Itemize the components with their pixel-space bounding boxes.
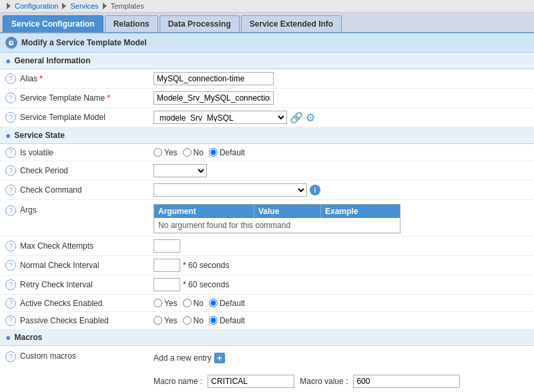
args-col-argument: Argument xyxy=(154,205,254,218)
service-state-section: ● Service State ? Is volatile Yes No Def… xyxy=(0,127,534,329)
macro-value-input-0[interactable] xyxy=(353,375,460,388)
passive-checks-value: Yes No Default xyxy=(154,316,529,325)
max-check-row: ? Max Check Attempts xyxy=(0,237,534,256)
active-checks-value: Yes No Default xyxy=(154,299,529,308)
active-default[interactable]: Default xyxy=(209,299,245,308)
active-checks-help[interactable]: ? xyxy=(5,298,16,309)
max-check-label: Max Check Attempts xyxy=(20,241,154,251)
passive-checks-radio-group: Yes No Default xyxy=(154,316,245,325)
check-command-select[interactable] xyxy=(154,183,307,197)
breadcrumb-sep1 xyxy=(62,3,66,9)
normal-interval-suffix: * 60 seconds xyxy=(183,261,229,270)
template-name-label: Service Template Name * xyxy=(20,93,154,103)
add-entry-plus[interactable]: + xyxy=(214,353,225,363)
retry-interval-help[interactable]: ? xyxy=(5,279,16,290)
tab-service-configuration[interactable]: Service Configuration xyxy=(3,15,103,32)
general-info-section: ● General Information ? Alias * ? Servic… xyxy=(0,53,534,127)
passive-checks-help[interactable]: ? xyxy=(5,315,16,326)
args-label: Args xyxy=(20,205,154,215)
volatile-no[interactable]: No xyxy=(183,148,204,157)
macros-section: ● Macros ? Custom macros Add a new entry… xyxy=(0,329,534,392)
macro-name-input-0[interactable] xyxy=(208,375,294,388)
retry-interval-row: ? Retry Check Interval * 60 seconds xyxy=(0,275,534,295)
ss-icon: ● xyxy=(5,130,11,141)
retry-interval-input[interactable] xyxy=(154,278,180,291)
active-checks-row: ? Active Checks Enabled Yes No Default xyxy=(0,295,534,312)
volatile-label: Is volatile xyxy=(20,148,154,157)
check-period-help[interactable]: ? xyxy=(5,165,16,176)
passive-checks-label: Passive Checks Enabled xyxy=(20,316,154,325)
page-content: Modify a Service Template Model ● Genera… xyxy=(0,33,534,392)
template-model-help[interactable]: ? xyxy=(5,112,16,123)
check-command-row: ? Check Command i xyxy=(0,181,534,200)
tab-service-extended-info[interactable]: Service Extended Info xyxy=(241,15,342,32)
alias-input[interactable] xyxy=(154,72,274,85)
passive-default[interactable]: Default xyxy=(209,316,245,325)
general-info-header: ● General Information xyxy=(0,53,534,69)
check-command-value: i xyxy=(154,183,529,197)
max-check-value xyxy=(154,239,529,253)
check-period-row: ? Check Period xyxy=(0,161,534,181)
active-no[interactable]: No xyxy=(183,299,204,308)
alias-value xyxy=(154,72,529,85)
args-table-empty: No argument found for this command xyxy=(154,218,400,233)
macros-header: ● Macros xyxy=(0,329,534,346)
check-period-select[interactable] xyxy=(154,164,207,177)
max-check-input[interactable] xyxy=(154,239,180,253)
breadcrumb-services[interactable]: Services xyxy=(70,2,98,10)
tabs-container: Service Configuration Relations Data Pro… xyxy=(0,13,534,33)
retry-interval-suffix: * 60 seconds xyxy=(183,280,229,289)
check-command-info-icon[interactable]: i xyxy=(310,185,320,195)
alias-help[interactable]: ? xyxy=(5,73,16,84)
macro-name-label-0: Macro name : xyxy=(154,377,202,386)
add-entry-row: Add a new entry + xyxy=(154,350,225,366)
volatile-help[interactable]: ? xyxy=(5,147,16,158)
volatile-value: Yes No Default xyxy=(154,148,529,157)
normal-interval-help[interactable]: ? xyxy=(5,260,16,271)
breadcrumb-arrow-icon xyxy=(7,3,11,9)
template-name-input[interactable] xyxy=(154,91,274,105)
template-model-link-icon[interactable]: 🔗 xyxy=(290,111,303,124)
template-model-gear-icon[interactable]: ⚙ xyxy=(306,111,315,124)
volatile-default[interactable]: Default xyxy=(209,148,245,157)
template-name-value xyxy=(154,91,529,105)
passive-no[interactable]: No xyxy=(183,316,204,325)
custom-macros-row: ? Custom macros Add a new entry + Macro … xyxy=(0,346,534,392)
tab-relations[interactable]: Relations xyxy=(105,15,158,32)
breadcrumb-templates: Templates xyxy=(111,2,144,10)
normal-interval-value: * 60 seconds xyxy=(154,259,529,272)
check-command-label: Check Command xyxy=(20,185,154,195)
template-required: * xyxy=(107,93,111,103)
alias-required: * xyxy=(39,74,43,83)
retry-interval-value: * 60 seconds xyxy=(154,278,529,291)
volatile-yes[interactable]: Yes xyxy=(154,148,178,157)
args-help[interactable]: ? xyxy=(5,205,16,216)
args-col-example: Example xyxy=(321,205,400,218)
volatile-radio-group: Yes No Default xyxy=(154,148,245,157)
template-name-help[interactable]: ? xyxy=(5,93,16,103)
passive-yes[interactable]: Yes xyxy=(154,316,178,325)
breadcrumb-configuration[interactable]: Configuration xyxy=(15,2,58,10)
normal-interval-row: ? Normal Check Interval * 60 seconds xyxy=(0,256,534,275)
template-model-value: modele_Srv_MySQL 🔗 ⚙ xyxy=(154,111,529,124)
args-col-value: Value xyxy=(254,205,321,218)
macros-value: Add a new entry + Macro name : Macro val… xyxy=(154,350,529,392)
normal-interval-input[interactable] xyxy=(154,259,180,272)
args-table-header: Argument Value Example xyxy=(154,205,400,218)
check-command-help[interactable]: ? xyxy=(5,185,16,195)
template-name-row: ? Service Template Name * xyxy=(0,89,534,108)
max-check-help[interactable]: ? xyxy=(5,241,16,251)
breadcrumb-sep2 xyxy=(103,3,107,9)
volatile-row: ? Is volatile Yes No Default xyxy=(0,144,534,161)
args-row: ? Args Argument Value Example No argumen… xyxy=(0,200,534,237)
template-model-label: Service Template Model xyxy=(20,113,154,122)
template-model-select[interactable]: modele_Srv_MySQL xyxy=(154,111,287,124)
tab-data-processing[interactable]: Data Processing xyxy=(160,15,240,32)
active-checks-label: Active Checks Enabled xyxy=(20,299,154,308)
macros-icon: ● xyxy=(5,332,11,343)
service-state-header: ● Service State xyxy=(0,127,534,144)
normal-interval-label: Normal Check Interval xyxy=(20,261,154,270)
active-yes[interactable]: Yes xyxy=(154,299,178,308)
macros-help[interactable]: ? xyxy=(5,351,16,362)
macro-value-label-0: Macro value : xyxy=(300,377,348,386)
